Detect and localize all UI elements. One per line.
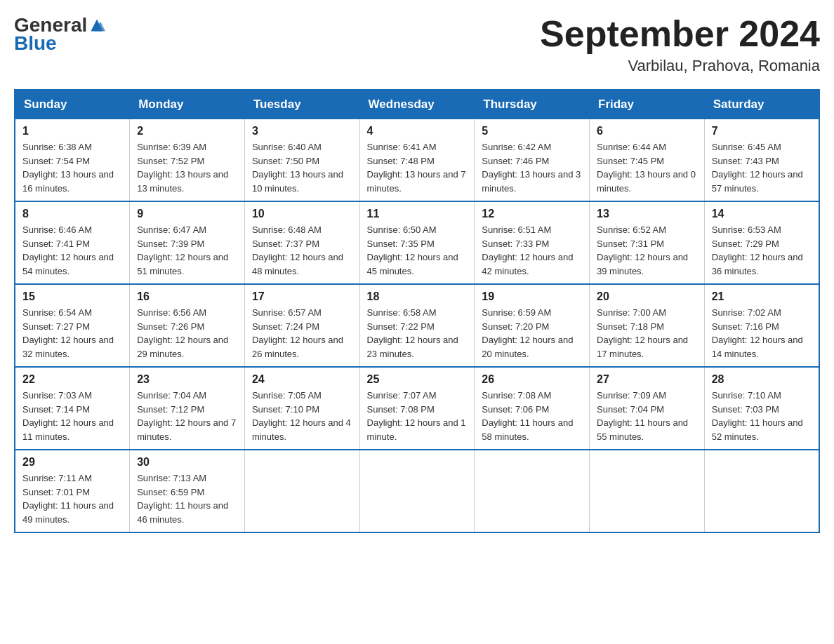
- col-wednesday: Wednesday: [359, 90, 475, 119]
- logo: General Blue: [14, 14, 105, 55]
- table-row: 29 Sunrise: 7:11 AM Sunset: 7:01 PM Dayl…: [15, 450, 130, 532]
- table-row: 30 Sunrise: 7:13 AM Sunset: 6:59 PM Dayl…: [130, 450, 245, 532]
- day-number: 23: [137, 373, 237, 386]
- day-number: 11: [367, 208, 468, 220]
- table-row: 16 Sunrise: 6:56 AM Sunset: 7:26 PM Dayl…: [130, 284, 245, 367]
- table-row: [475, 450, 590, 532]
- day-number: 24: [252, 373, 352, 386]
- day-number: 3: [252, 125, 352, 137]
- day-number: 2: [137, 125, 237, 137]
- day-number: 22: [22, 373, 122, 386]
- day-number: 8: [22, 208, 122, 220]
- day-number: 20: [597, 290, 697, 303]
- day-info: Sunrise: 6:50 AM Sunset: 7:35 PM Dayligh…: [367, 223, 468, 278]
- day-number: 25: [367, 373, 468, 386]
- col-thursday: Thursday: [475, 90, 590, 119]
- logo-icon: [88, 17, 105, 34]
- col-monday: Monday: [130, 90, 245, 119]
- calendar-week-row: 22 Sunrise: 7:03 AM Sunset: 7:14 PM Dayl…: [15, 367, 819, 450]
- day-info: Sunrise: 6:56 AM Sunset: 7:26 PM Dayligh…: [137, 306, 237, 361]
- day-number: 17: [252, 290, 352, 303]
- day-info: Sunrise: 7:07 AM Sunset: 7:08 PM Dayligh…: [367, 389, 468, 443]
- table-row: 18 Sunrise: 6:58 AM Sunset: 7:22 PM Dayl…: [359, 284, 475, 367]
- col-saturday: Saturday: [704, 90, 819, 119]
- day-info: Sunrise: 7:04 AM Sunset: 7:12 PM Dayligh…: [137, 389, 237, 443]
- table-row: 28 Sunrise: 7:10 AM Sunset: 7:03 PM Dayl…: [704, 367, 819, 450]
- day-number: 5: [482, 125, 582, 137]
- table-row: 17 Sunrise: 6:57 AM Sunset: 7:24 PM Dayl…: [244, 284, 359, 367]
- table-row: 11 Sunrise: 6:50 AM Sunset: 7:35 PM Dayl…: [359, 201, 475, 284]
- day-number: 7: [712, 125, 812, 137]
- table-row: 13 Sunrise: 6:52 AM Sunset: 7:31 PM Dayl…: [590, 201, 705, 284]
- day-info: Sunrise: 6:57 AM Sunset: 7:24 PM Dayligh…: [252, 306, 352, 361]
- day-info: Sunrise: 7:05 AM Sunset: 7:10 PM Dayligh…: [252, 389, 352, 443]
- day-number: 12: [482, 208, 582, 220]
- table-row: 5 Sunrise: 6:42 AM Sunset: 7:46 PM Dayli…: [475, 119, 590, 202]
- day-number: 10: [252, 208, 352, 220]
- day-info: Sunrise: 6:44 AM Sunset: 7:45 PM Dayligh…: [597, 140, 697, 195]
- day-info: Sunrise: 6:39 AM Sunset: 7:52 PM Dayligh…: [137, 140, 237, 195]
- page-header: General Blue September 2024 Varbilau, Pr…: [14, 14, 820, 75]
- table-row: 4 Sunrise: 6:41 AM Sunset: 7:48 PM Dayli…: [359, 119, 475, 202]
- day-info: Sunrise: 6:53 AM Sunset: 7:29 PM Dayligh…: [712, 223, 812, 278]
- table-row: [590, 450, 705, 532]
- day-info: Sunrise: 6:58 AM Sunset: 7:22 PM Dayligh…: [367, 306, 468, 361]
- day-number: 18: [367, 290, 468, 303]
- table-row: 8 Sunrise: 6:46 AM Sunset: 7:41 PM Dayli…: [15, 201, 130, 284]
- day-number: 28: [712, 373, 812, 386]
- day-number: 6: [597, 125, 697, 137]
- logo-blue-text: Blue: [14, 32, 57, 55]
- table-row: [244, 450, 359, 532]
- day-info: Sunrise: 6:46 AM Sunset: 7:41 PM Dayligh…: [22, 223, 122, 278]
- table-row: 24 Sunrise: 7:05 AM Sunset: 7:10 PM Dayl…: [244, 367, 359, 450]
- col-tuesday: Tuesday: [244, 90, 359, 119]
- day-info: Sunrise: 7:08 AM Sunset: 7:06 PM Dayligh…: [482, 389, 582, 443]
- title-section: September 2024 Varbilau, Prahova, Romani…: [540, 14, 820, 75]
- calendar-week-row: 29 Sunrise: 7:11 AM Sunset: 7:01 PM Dayl…: [15, 450, 819, 532]
- col-friday: Friday: [590, 90, 705, 119]
- day-number: 1: [22, 125, 122, 137]
- calendar-week-row: 15 Sunrise: 6:54 AM Sunset: 7:27 PM Dayl…: [15, 284, 819, 367]
- day-number: 4: [367, 125, 468, 137]
- table-row: 20 Sunrise: 7:00 AM Sunset: 7:18 PM Dayl…: [590, 284, 705, 367]
- day-info: Sunrise: 6:45 AM Sunset: 7:43 PM Dayligh…: [712, 140, 812, 195]
- day-info: Sunrise: 6:59 AM Sunset: 7:20 PM Dayligh…: [482, 306, 582, 361]
- day-info: Sunrise: 6:40 AM Sunset: 7:50 PM Dayligh…: [252, 140, 352, 195]
- table-row: 26 Sunrise: 7:08 AM Sunset: 7:06 PM Dayl…: [475, 367, 590, 450]
- table-row: [704, 450, 819, 532]
- day-number: 27: [597, 373, 697, 386]
- table-row: 3 Sunrise: 6:40 AM Sunset: 7:50 PM Dayli…: [244, 119, 359, 202]
- day-info: Sunrise: 6:48 AM Sunset: 7:37 PM Dayligh…: [252, 223, 352, 278]
- calendar-table: Sunday Monday Tuesday Wednesday Thursday…: [14, 89, 820, 533]
- table-row: 15 Sunrise: 6:54 AM Sunset: 7:27 PM Dayl…: [15, 284, 130, 367]
- month-year-title: September 2024: [540, 14, 820, 54]
- day-info: Sunrise: 6:38 AM Sunset: 7:54 PM Dayligh…: [22, 140, 122, 195]
- day-info: Sunrise: 6:47 AM Sunset: 7:39 PM Dayligh…: [137, 223, 237, 278]
- calendar-week-row: 1 Sunrise: 6:38 AM Sunset: 7:54 PM Dayli…: [15, 119, 819, 202]
- day-number: 21: [712, 290, 812, 303]
- day-info: Sunrise: 6:41 AM Sunset: 7:48 PM Dayligh…: [367, 140, 468, 195]
- table-row: [359, 450, 475, 532]
- table-row: 12 Sunrise: 6:51 AM Sunset: 7:33 PM Dayl…: [475, 201, 590, 284]
- day-info: Sunrise: 6:52 AM Sunset: 7:31 PM Dayligh…: [597, 223, 697, 278]
- day-number: 16: [137, 290, 237, 303]
- table-row: 27 Sunrise: 7:09 AM Sunset: 7:04 PM Dayl…: [590, 367, 705, 450]
- day-info: Sunrise: 6:54 AM Sunset: 7:27 PM Dayligh…: [22, 306, 122, 361]
- day-info: Sunrise: 7:11 AM Sunset: 7:01 PM Dayligh…: [22, 471, 122, 526]
- table-row: 22 Sunrise: 7:03 AM Sunset: 7:14 PM Dayl…: [15, 367, 130, 450]
- day-number: 26: [482, 373, 582, 386]
- location-subtitle: Varbilau, Prahova, Romania: [540, 57, 820, 75]
- day-number: 15: [22, 290, 122, 303]
- day-number: 29: [22, 456, 122, 469]
- calendar-header-row: Sunday Monday Tuesday Wednesday Thursday…: [15, 90, 819, 119]
- table-row: 1 Sunrise: 6:38 AM Sunset: 7:54 PM Dayli…: [15, 119, 130, 202]
- table-row: 6 Sunrise: 6:44 AM Sunset: 7:45 PM Dayli…: [590, 119, 705, 202]
- table-row: 9 Sunrise: 6:47 AM Sunset: 7:39 PM Dayli…: [130, 201, 245, 284]
- day-number: 9: [137, 208, 237, 220]
- col-sunday: Sunday: [15, 90, 130, 119]
- table-row: 2 Sunrise: 6:39 AM Sunset: 7:52 PM Dayli…: [130, 119, 245, 202]
- day-info: Sunrise: 6:42 AM Sunset: 7:46 PM Dayligh…: [482, 140, 582, 195]
- day-number: 19: [482, 290, 582, 303]
- table-row: 10 Sunrise: 6:48 AM Sunset: 7:37 PM Dayl…: [244, 201, 359, 284]
- day-info: Sunrise: 7:13 AM Sunset: 6:59 PM Dayligh…: [137, 471, 237, 526]
